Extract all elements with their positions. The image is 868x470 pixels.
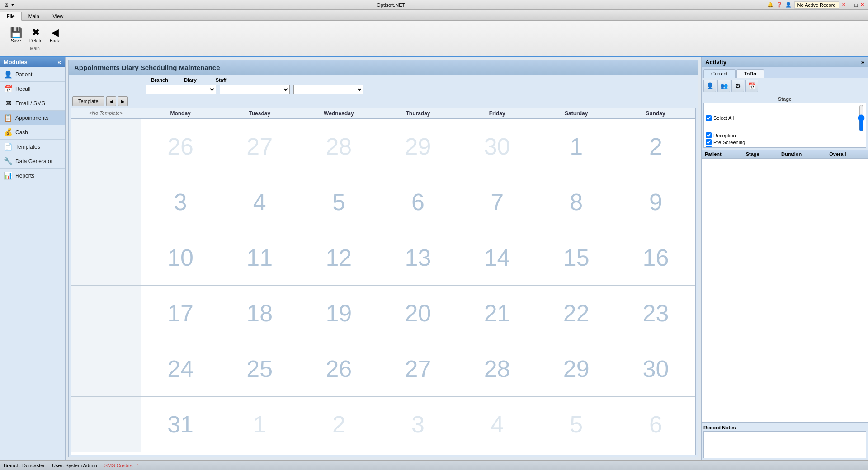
cal-cell-w5-d2[interactable]: 1 [220, 397, 299, 452]
add-patient-btn[interactable]: 👤 [703, 80, 716, 92]
cal-cell-w3-d4[interactable]: 20 [378, 286, 458, 341]
cal-cell-w1-d5[interactable]: 7 [458, 174, 537, 230]
tab-todo[interactable]: ToDo [736, 69, 764, 78]
cal-cell-w1-d1[interactable]: 3 [141, 174, 220, 230]
ribbon-main-group: 💾 Save ✖ Delete ◀ Back Main [4, 26, 66, 51]
stage-checkbox-examination[interactable] [706, 146, 712, 148]
sidebar-item-data-generator[interactable]: 🔧 Data Generator [0, 154, 65, 169]
nav-prev-button[interactable]: ◀ [106, 96, 116, 106]
save-button[interactable]: 💾 Save [7, 26, 25, 45]
branch-label: Branch [146, 77, 173, 83]
cal-cell-w3-d2[interactable]: 18 [220, 286, 299, 341]
ribbon-tab-main[interactable]: Main [22, 12, 46, 20]
sidebar-collapse-icon[interactable]: « [58, 59, 61, 66]
cal-cell-w5-d5[interactable]: 4 [458, 397, 537, 452]
cal-cell-w2-d3[interactable]: 12 [299, 230, 378, 285]
cal-cell-w2-d4[interactable]: 13 [378, 230, 458, 285]
cal-cell-w2-d2[interactable]: 11 [220, 230, 299, 285]
staff-label: Staff [208, 77, 235, 83]
cal-cell-w2-d7[interactable]: 16 [616, 230, 695, 285]
cal-cell-w4-d3[interactable]: 26 [299, 341, 378, 396]
restore-btn[interactable]: □ [854, 2, 858, 8]
cal-cell-w3-d6[interactable]: 22 [537, 286, 616, 341]
cal-cell-w0-d7[interactable]: 2 [616, 119, 695, 174]
cal-cell-w4-d1[interactable]: 24 [141, 341, 220, 396]
back-button[interactable]: ◀ Back [47, 26, 62, 45]
add-group-btn[interactable]: 👥 [717, 80, 730, 92]
activity-panel: Activity » Current ToDo 👤 👥 ⚙ 📅 Stage Se… [701, 57, 868, 460]
delete-button[interactable]: ✖ Delete [27, 26, 45, 45]
cal-cell-w0-d1[interactable]: 26 [141, 119, 220, 174]
calendar: <No Template> Monday Tuesday Wednesday T… [71, 108, 696, 455]
ribbon-tab-file[interactable]: File [0, 12, 22, 21]
cal-cell-w3-d3[interactable]: 19 [299, 286, 378, 341]
cal-cell-w1-d7[interactable]: 9 [616, 174, 695, 230]
cal-cell-w4-d5[interactable]: 28 [458, 341, 537, 396]
patient-icon: 👤 [4, 70, 13, 79]
stage-checkbox-selectall[interactable] [706, 115, 712, 121]
help-icon[interactable]: ❓ [776, 2, 783, 8]
activity-table: Patient Stage Duration Overall [702, 150, 868, 159]
tab-current[interactable]: Current [703, 69, 736, 78]
save-label: Save [11, 38, 21, 43]
cal-cell-w1-d6[interactable]: 8 [537, 174, 616, 230]
cal-cell-w1-d2[interactable]: 4 [220, 174, 299, 230]
cal-cell-w2-d6[interactable]: 15 [537, 230, 616, 285]
data-gen-icon: 🔧 [4, 157, 13, 165]
branch-select[interactable] [146, 85, 216, 94]
cal-cell-w3-d7[interactable]: 23 [616, 286, 695, 341]
cal-cell-w0-d4[interactable]: 29 [378, 119, 458, 174]
cal-cell-w0-d3[interactable]: 28 [299, 119, 378, 174]
stage-scrollbar[interactable] [859, 104, 864, 132]
sidebar-item-cash[interactable]: 💰 Cash [0, 125, 65, 140]
settings-btn[interactable]: ⚙ [731, 80, 744, 92]
staff-select[interactable] [293, 85, 363, 94]
back-icon: ◀ [51, 28, 59, 38]
cal-cell-w5-d7[interactable]: 6 [616, 397, 695, 452]
activity-collapse-icon[interactable]: » [861, 59, 864, 66]
cal-cell-w2-d5[interactable]: 14 [458, 230, 537, 285]
calendar-btn[interactable]: 📅 [745, 80, 758, 92]
cal-cell-w4-d2[interactable]: 25 [220, 341, 299, 396]
record-notes-box[interactable] [703, 431, 866, 458]
sidebar-item-templates[interactable]: 📄 Templates [0, 140, 65, 154]
app-title: Optisoft.NET [15, 2, 767, 8]
template-button[interactable]: Template [72, 96, 104, 106]
cal-week-row-1: 3456789 [71, 174, 695, 230]
diary-select[interactable] [220, 85, 290, 94]
cal-cell-w4-d7[interactable]: 30 [616, 341, 695, 396]
cal-week-row-4: 24252627282930 [71, 341, 695, 397]
cal-cell-w2-d1[interactable]: 10 [141, 230, 220, 285]
cal-cell-w3-d5[interactable]: 21 [458, 286, 537, 341]
email-icon: ✉ [4, 99, 13, 108]
ribbon-tab-view[interactable]: View [46, 12, 71, 20]
cal-cell-w5-d4[interactable]: 3 [378, 397, 458, 452]
cal-cell-w0-d5[interactable]: 30 [458, 119, 537, 174]
stage-checkbox-prescreening[interactable] [706, 139, 712, 145]
stage-checkbox-reception[interactable] [706, 132, 712, 138]
sidebar-item-appointments[interactable]: 📋 Appointments [0, 111, 65, 125]
cal-cell-w1-d4[interactable]: 6 [378, 174, 458, 230]
sidebar-item-email-sms[interactable]: ✉ Email / SMS [0, 96, 65, 111]
minimize-btn[interactable]: ─ [849, 2, 852, 8]
cal-cell-w5-d6[interactable]: 5 [537, 397, 616, 452]
template-row: Template ◀ ▶ [72, 96, 694, 106]
cal-cell-w0-d6[interactable]: 1 [537, 119, 616, 174]
cal-cell-w4-d6[interactable]: 29 [537, 341, 616, 396]
close-record-btn[interactable]: ✕ [842, 2, 846, 8]
cal-cell-w1-d3[interactable]: 5 [299, 174, 378, 230]
cal-cell-w0-d2[interactable]: 27 [220, 119, 299, 174]
sidebar-item-reports[interactable]: 📊 Reports [0, 169, 65, 183]
cal-cell-w4-d4[interactable]: 27 [378, 341, 458, 396]
col-overall: Overall [826, 150, 868, 159]
cal-cell-w5-d1[interactable]: 31 [141, 397, 220, 452]
notify-icon[interactable]: 🔔 [767, 2, 774, 8]
sidebar-item-recall[interactable]: 📅 Recall [0, 82, 65, 96]
cal-cell-w3-d1[interactable]: 17 [141, 286, 220, 341]
cal-cell-w5-d3[interactable]: 2 [299, 397, 378, 452]
calendar-header: <No Template> Monday Tuesday Wednesday T… [71, 108, 695, 119]
nav-next-button[interactable]: ▶ [118, 96, 128, 106]
sidebar-item-patient[interactable]: 👤 Patient [0, 67, 65, 82]
close-btn[interactable]: ✕ [860, 2, 864, 8]
diary-label: Diary [177, 77, 204, 83]
